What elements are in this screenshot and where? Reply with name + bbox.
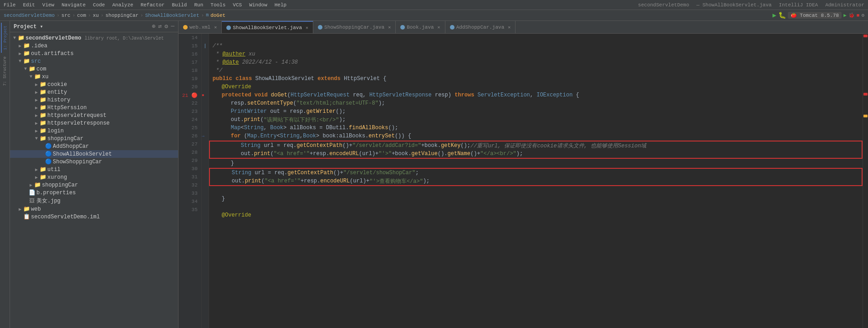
close-btn-book[interactable]: ✕ (438, 25, 440, 30)
tree-item-httpserssion[interactable]: ▶ 📁 HttpSerssion (10, 104, 178, 111)
code-area: 14 15 16 17 18 19 20 21 🔴 22 23 24 25 26… (179, 34, 868, 328)
tab-icon-addshoppcar (450, 25, 454, 30)
sidebar-icon-minimize[interactable]: — (171, 23, 174, 30)
tab-showallbookservlet[interactable]: ShowAllBookServlet.java ✕ (222, 21, 313, 34)
breadcrumb-servlet[interactable]: ShowAllBookServlet (145, 13, 199, 18)
close-btn-addshoppcar[interactable]: ✕ (508, 25, 511, 30)
tree-item-shoppingcar[interactable]: ▼ 📁 shoppingCar (10, 135, 178, 142)
code-line-15: /** (209, 42, 863, 50)
class-icon-addshoppcar: 🔵 (45, 143, 52, 150)
tab-showshoppingcar[interactable]: ShowShoppingCar.java ✕ (313, 21, 396, 34)
tab-webxml[interactable]: web.xml ✕ (179, 21, 222, 34)
gutter-21[interactable]: ● (202, 91, 209, 99)
toolbar-run-icon[interactable]: ▶ (772, 11, 776, 19)
settings-icon[interactable]: ⚙ (861, 12, 864, 18)
tree-item-root[interactable]: ▼ 📁 secondServletDemo library root, D:\J… (10, 34, 178, 42)
tree-item-login[interactable]: ▶ 📁 login (10, 127, 178, 135)
sidebar-icon-globe[interactable]: ⊕ (152, 23, 156, 30)
ln-31: 31 (179, 173, 201, 181)
tree-item-idea[interactable]: ▶ 📁 .idea (10, 42, 178, 50)
user-header: Administrator (825, 2, 864, 8)
menu-edit[interactable]: Edit (23, 2, 35, 8)
comma-25: , (264, 125, 270, 131)
tree-item-showshoppingcar[interactable]: 🔵 ShowShoppingCar (10, 158, 178, 166)
breadcrumb-icon: m (206, 13, 209, 18)
tree-label-showallbookservlet: ShowAllBookServlet (53, 151, 112, 157)
tabs-bar: web.xml ✕ ShowAllBookServlet.java ✕ Show… (179, 21, 868, 34)
menu-refactor[interactable]: Refactor (141, 2, 165, 8)
str-31a: "<a href='" (265, 178, 301, 184)
tab-icon-book (400, 25, 405, 30)
tree-item-cookie[interactable]: ▶ 📁 cookie (10, 81, 178, 88)
tree-item-showallbookservlet[interactable]: 🔵 ShowAllBookServlet (10, 150, 178, 158)
breadcrumb-com[interactable]: com (77, 13, 86, 18)
str-30: "/servlet/showShopCar" (343, 170, 415, 176)
arrow-login: ▶ (34, 128, 39, 134)
chain-28: (). (438, 151, 448, 157)
arrow-httpservletresponse: ▶ (34, 121, 39, 126)
close-btn-showallbook[interactable]: ✕ (306, 25, 308, 30)
method-setcontenttype: setContentType (247, 100, 293, 106)
menu-analyze[interactable]: Analyze (112, 2, 133, 8)
tree-item-xurong[interactable]: ▶ 📁 xurong (10, 173, 178, 181)
tree-item-shoppingcar2[interactable]: ▶ 📁 shoppingCar (10, 181, 178, 189)
breadcrumb-project[interactable]: secondServletDemo (4, 13, 55, 18)
class-icon-showshoppingcar: 🔵 (45, 158, 52, 165)
toolbar-debug-icon[interactable]: 🐛 (778, 11, 786, 19)
tree-label-src: src (31, 58, 41, 65)
menu-file[interactable]: File (4, 2, 15, 8)
menu-build[interactable]: Build (172, 2, 187, 8)
concat-27a: ()+ (342, 142, 352, 149)
debug-btn[interactable]: 🐞 (848, 12, 855, 18)
gutter-32 (202, 181, 209, 189)
tree-item-addshoppcar[interactable]: 🔵 AddShoppCar (10, 142, 178, 150)
menu-window[interactable]: Window (249, 2, 267, 8)
breadcrumb-xu[interactable]: xu (93, 13, 99, 18)
tree-item-util[interactable]: ▶ 📁 util (10, 166, 178, 173)
menu-vcs[interactable]: VCS (233, 2, 242, 8)
gutter-27 (202, 140, 209, 148)
breadcrumb-src[interactable]: src (61, 13, 71, 18)
folder-icon-shoppingcar2: 📁 (34, 182, 41, 188)
folder-icon-src: 📁 (23, 58, 30, 65)
tree-item-history[interactable]: ▶ 📁 history (10, 96, 178, 104)
close-btn-webxml[interactable]: ✕ (214, 25, 217, 30)
tab-addshoppcar[interactable]: AddShoppCar.java ✕ (445, 21, 516, 34)
stop-btn[interactable]: ■ (857, 13, 860, 18)
tree-item-src[interactable]: ▼ 📁 src (10, 57, 178, 65)
arrow-entity: ▶ (34, 90, 39, 95)
ln-14: 14 (179, 34, 201, 42)
sidebar-icon-settings[interactable]: ⚙ (164, 23, 168, 30)
ln-32: 32 (179, 181, 201, 189)
tree-item-xu[interactable]: ▼ 📁 xu (10, 73, 178, 81)
tree-item-entity[interactable]: ▶ 📁 entity (10, 88, 178, 96)
tree-item-web[interactable]: ▶ 📁 web (10, 205, 178, 213)
menu-navigate[interactable]: Navigate (61, 2, 86, 8)
arrow-httpserssion: ▶ (34, 105, 39, 111)
close-btn-showshopping[interactable]: ✕ (388, 25, 391, 30)
edge-tab-structure[interactable]: 7: Structure (1, 54, 9, 89)
menu-tools[interactable]: Tools (210, 2, 225, 8)
run-btn[interactable]: ▶ (843, 12, 847, 18)
tab-book[interactable]: Book.java ✕ (396, 21, 445, 34)
tree-item-httpservletresponse[interactable]: ▶ 📁 httpservletresponse (10, 119, 178, 127)
tree-item-httpservletrequest[interactable]: ▶ 📁 httpservletrequest (10, 111, 178, 119)
method-getcontextpath-30: getContextPath (287, 170, 333, 176)
arrow-web: ▶ (17, 207, 23, 212)
sidebar-icon-sync[interactable]: ⇄ (158, 23, 162, 30)
tree-item-image[interactable]: 🖼 美女.jpg (10, 197, 178, 205)
breadcrumb-method[interactable]: doGet (210, 13, 225, 18)
breadcrumb-shoppingcar[interactable]: shoppingCar (105, 13, 138, 18)
menu-code[interactable]: Code (93, 2, 105, 8)
tree-item-iml[interactable]: 📋 secondServletDemo.iml (10, 213, 178, 221)
tree-item-bproperties[interactable]: 📄 b.properties (10, 189, 178, 197)
tree-item-com[interactable]: ▼ 📁 com (10, 65, 178, 73)
menu-view[interactable]: View (42, 2, 54, 8)
tree-item-artifacts[interactable]: ▶ 📁 out.artifacts (10, 50, 178, 57)
tomcat-config[interactable]: 🍅 Tomcat 8.5.78 (788, 12, 842, 19)
gutter-20 (202, 83, 209, 91)
menu-run[interactable]: Run (194, 2, 203, 8)
file-name-header: — ShowAllBookServlet.java (696, 2, 771, 8)
edge-tab-project[interactable]: 1: Project (1, 23, 9, 53)
menu-help[interactable]: Help (275, 2, 286, 8)
